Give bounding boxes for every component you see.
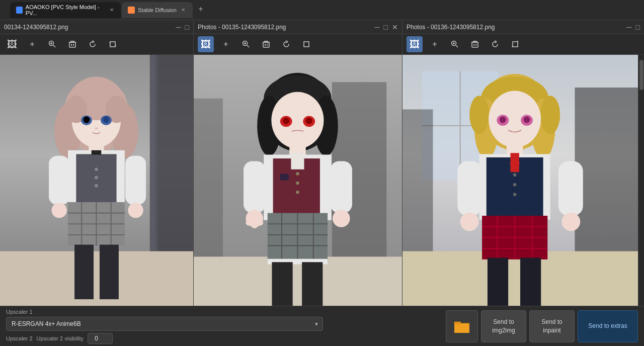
delete-btn-3[interactable]	[467, 36, 483, 52]
bottom-bar: Upscaler 1 R-ESRGAN 4x+ Anime6B ▼ Upscal…	[0, 306, 644, 346]
svg-line-1	[53, 45, 55, 47]
svg-point-118	[540, 96, 560, 134]
minimize-icon-3[interactable]: ─	[627, 23, 632, 31]
tab-close-aoaoko[interactable]: ✕	[108, 7, 115, 14]
rotate-btn-1[interactable]	[85, 36, 101, 52]
svg-rect-146	[454, 323, 469, 333]
upscaler2-row: Upscaler 2 Upscaler 2 visibility	[6, 333, 323, 344]
svg-point-129	[513, 183, 517, 187]
zoom-btn-2[interactable]	[238, 36, 254, 52]
new-tab-button[interactable]: +	[194, 2, 208, 16]
svg-point-38	[128, 203, 143, 218]
svg-rect-99	[472, 42, 478, 47]
svg-point-119	[489, 91, 541, 148]
photo-toolbar-3: 🖼 +	[403, 34, 644, 55]
send-to-extras-button[interactable]: Send to extras	[578, 310, 638, 342]
delete-btn-1[interactable]	[64, 36, 80, 52]
photo-window-3: Photos - 00136-1243095812.png ─ □ 🖼 +	[403, 20, 644, 306]
svg-rect-56	[304, 42, 309, 47]
svg-rect-147	[454, 322, 461, 324]
photo-windows-area: 00134-1243095812.png ─ □ 🖼 +	[0, 20, 644, 306]
minimize-icon-2[interactable]: ─	[375, 23, 380, 31]
send-inpaint-label: Send to inpaint	[541, 318, 562, 335]
image-container-1	[0, 55, 193, 306]
svg-rect-143	[488, 258, 508, 306]
scroll-thumb-3[interactable]	[639, 60, 643, 90]
svg-point-37	[52, 203, 67, 218]
maximize-icon-2[interactable]: □	[384, 23, 388, 31]
delete-btn-2[interactable]	[258, 36, 274, 52]
svg-point-122	[500, 117, 506, 123]
tab-bar: AOAOKO [PVC Style Model] - PV... ✕ Stabl…	[10, 2, 640, 18]
svg-point-83	[251, 223, 258, 228]
browser-chrome: AOAOKO [PVC Style Model] - PV... ✕ Stabl…	[0, 0, 644, 20]
photo-window-2: Photos - 00135-1243095812.png ─ □ ✕ 🖼 +	[194, 20, 403, 306]
zoom-btn-3[interactable]	[447, 36, 463, 52]
add-btn-1[interactable]: +	[24, 36, 40, 52]
minimize-icon-1[interactable]: ─	[176, 23, 181, 31]
crop-btn-2[interactable]	[298, 36, 314, 52]
rotate-btn-3[interactable]	[487, 36, 503, 52]
send-to-img2img-button[interactable]: Send to img2img	[481, 310, 526, 342]
svg-rect-35	[49, 156, 69, 205]
send-to-inpaint-button[interactable]: Send to inpaint	[529, 310, 575, 342]
svg-rect-31	[92, 150, 102, 155]
svg-rect-144	[520, 258, 541, 306]
visibility-label: Upscaler 2 visibility	[37, 335, 84, 341]
svg-point-82	[246, 220, 252, 226]
svg-point-134	[561, 213, 580, 231]
svg-point-68	[283, 118, 289, 124]
svg-point-65	[271, 92, 324, 149]
svg-point-69	[306, 118, 312, 124]
svg-rect-52	[263, 42, 269, 47]
main-area: 00134-1243095812.png ─ □ 🖼 +	[0, 20, 644, 346]
svg-rect-131	[457, 161, 482, 216]
window-titlebar-3: Photos - 00136-1243095812.png ─ □	[403, 20, 644, 34]
image-container-3	[403, 55, 644, 306]
svg-point-32	[95, 168, 98, 171]
svg-rect-103	[513, 42, 518, 47]
svg-rect-36	[125, 156, 146, 205]
window-controls-1: ─ □	[176, 23, 189, 31]
zoom-btn-1[interactable]	[44, 36, 60, 52]
window-controls-3: ─ □	[627, 23, 640, 31]
window-title-3: Photos - 00136-1243095812.png	[407, 24, 495, 31]
tab-label-sd: Stable Diffusion	[138, 7, 177, 13]
tab-aoaoko[interactable]: AOAOKO [PVC Style Model] - PV... ✕	[10, 2, 121, 18]
image-icon-3[interactable]: 🖼	[407, 36, 423, 52]
svg-line-49	[247, 45, 249, 47]
svg-rect-132	[558, 161, 583, 216]
svg-rect-78	[244, 161, 265, 213]
maximize-icon-1[interactable]: □	[185, 23, 189, 31]
upscaler-section: Upscaler 1 R-ESRGAN 4x+ Anime6B ▼ Upscal…	[6, 309, 323, 344]
svg-point-117	[469, 96, 489, 134]
visibility-input[interactable]	[88, 333, 113, 344]
svg-point-123	[524, 117, 530, 123]
add-btn-2[interactable]: +	[218, 36, 234, 52]
svg-point-76	[296, 191, 299, 194]
image-container-2	[194, 55, 402, 306]
rotate-btn-2[interactable]	[278, 36, 294, 52]
image-icon-2[interactable]: 🖼	[198, 36, 214, 52]
tab-stablediffusion[interactable]: Stable Diffusion ✕	[122, 2, 193, 18]
window-titlebar-2: Photos - 00135-1243095812.png ─ □ ✕	[194, 20, 402, 34]
crop-btn-1[interactable]	[105, 36, 121, 52]
svg-rect-4	[69, 42, 75, 47]
svg-point-74	[296, 172, 299, 176]
tab-close-sd[interactable]: ✕	[180, 7, 187, 14]
image-icon-1[interactable]: 🖼	[4, 36, 20, 52]
upscaler1-label: Upscaler 1	[6, 309, 323, 315]
send-extras-label: Send to extras	[588, 322, 627, 330]
crop-btn-3[interactable]	[507, 36, 523, 52]
window-title-2: Photos - 00135-1243095812.png	[198, 24, 286, 31]
maximize-icon-3[interactable]: □	[636, 23, 640, 31]
folder-button[interactable]	[446, 310, 478, 342]
upscaler1-select[interactable]: R-ESRGAN 4x+ Anime6B	[6, 317, 323, 331]
tab-label-aoaoko: AOAOKO [PVC Style Model] - PV...	[26, 4, 105, 16]
svg-rect-94	[302, 262, 323, 306]
close-icon-2[interactable]: ✕	[392, 23, 398, 31]
upscaler2-label: Upscaler 2	[6, 335, 33, 341]
scrollbar-3[interactable]	[638, 55, 644, 306]
photo-toolbar-2: 🖼 +	[194, 34, 402, 55]
add-btn-3[interactable]: +	[427, 36, 443, 52]
